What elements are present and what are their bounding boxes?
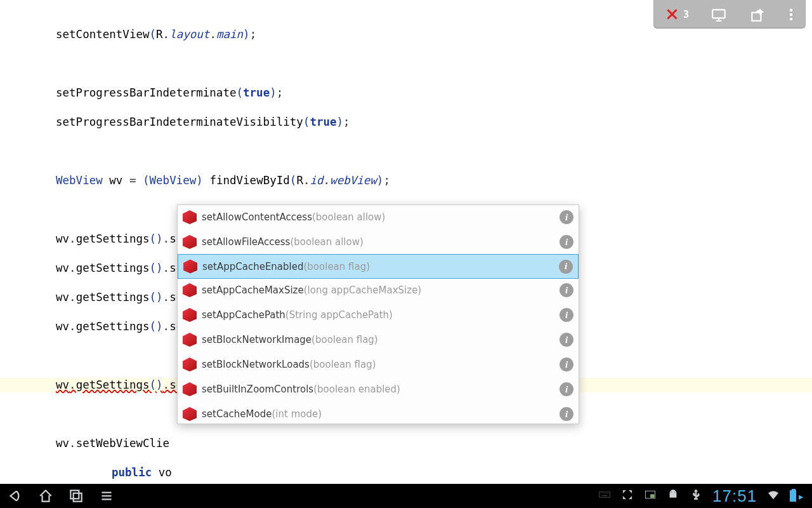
info-icon[interactable]: i — [560, 308, 573, 322]
menu-button[interactable] — [91, 484, 122, 508]
method-icon — [183, 235, 197, 249]
method-icon — [183, 382, 197, 396]
overflow-menu-button[interactable] — [787, 9, 795, 20]
autocomplete-item[interactable]: setBlockNetworkLoads(boolean flag)i — [178, 352, 579, 377]
autocomplete-item-signature: (boolean allow) — [312, 211, 385, 223]
fullscreen-icon[interactable] — [621, 488, 634, 504]
svg-rect-4 — [599, 492, 610, 497]
autocomplete-item-name: setBlockNetworkLoads — [202, 359, 310, 370]
battery-icon: ▸ — [790, 490, 804, 503]
svg-rect-6 — [651, 495, 654, 497]
clock[interactable]: 17:51 — [712, 486, 757, 506]
autocomplete-item[interactable]: setAppCachePath(String appCachePath)i — [178, 303, 579, 328]
autocomplete-item-name: setAllowFileAccess — [202, 236, 290, 248]
autocomplete-item[interactable]: setBuiltInZoomControls(boolean enabled)i — [178, 377, 579, 402]
autocomplete-item-signature: (boolean allow) — [290, 236, 363, 248]
info-icon[interactable]: i — [560, 358, 573, 371]
method-icon — [183, 308, 197, 322]
method-icon — [183, 407, 197, 421]
method-icon — [183, 283, 197, 297]
android-icon — [667, 488, 679, 504]
svg-rect-2 — [70, 490, 79, 498]
autocomplete-item[interactable]: setAllowFileAccess(boolean allow)i — [178, 230, 579, 255]
svg-rect-3 — [74, 493, 82, 502]
autocomplete-item[interactable]: setAppCacheEnabled(boolean flag)i — [178, 254, 579, 279]
wifi-icon — [767, 488, 780, 504]
autocomplete-item-name: setBuiltInZoomControls — [202, 384, 313, 395]
info-icon[interactable]: i — [560, 333, 573, 347]
autocomplete-item[interactable]: setCacheMode(int mode)i — [178, 402, 579, 424]
display-button[interactable] — [710, 6, 727, 23]
info-icon[interactable]: i — [560, 235, 573, 249]
autocomplete-item-signature: (long appCacheMaxSize) — [304, 284, 422, 296]
info-icon[interactable]: i — [560, 407, 573, 421]
info-icon[interactable]: i — [560, 210, 573, 224]
recent-apps-button[interactable] — [61, 484, 91, 508]
autocomplete-item-name: setAppCacheEnabled — [202, 261, 304, 272]
autocomplete-item[interactable]: setAppCacheMaxSize(long appCacheMaxSize)… — [178, 278, 579, 303]
screenshot-icon[interactable] — [644, 488, 657, 504]
autocomplete-item-signature: (boolean flag) — [311, 334, 378, 345]
keyboard-icon — [598, 488, 611, 504]
home-button[interactable] — [30, 484, 61, 508]
autocomplete-item-name: setAppCacheMaxSize — [202, 284, 304, 296]
svg-point-7 — [671, 491, 672, 493]
errors-button[interactable]: 3 — [664, 6, 689, 23]
autocomplete-item-name: setAllowContentAccess — [202, 211, 312, 223]
autocomplete-item-signature: (int mode) — [272, 408, 322, 420]
autocomplete-item-signature: (String appCachePath) — [285, 309, 393, 321]
info-icon[interactable]: i — [560, 283, 573, 297]
autocomplete-item[interactable]: setBlockNetworkImage(boolean flag)i — [178, 328, 579, 352]
autocomplete-item[interactable]: setAllowContentAccess(boolean allow)i — [178, 205, 579, 230]
autocomplete-item-signature: (boolean flag) — [304, 261, 370, 272]
share-button[interactable] — [749, 6, 766, 23]
autocomplete-item-name: setAppCachePath — [202, 309, 285, 321]
method-icon — [183, 358, 197, 371]
autocomplete-item-signature: (boolean flag) — [310, 359, 376, 370]
autocomplete-item-signature: (boolean enabled) — [313, 384, 400, 395]
svg-point-8 — [674, 491, 676, 493]
autocomplete-popup: setAllowContentAccess(boolean allow)iset… — [177, 204, 579, 424]
usb-icon — [690, 488, 702, 504]
autocomplete-item-name: setBlockNetworkImage — [202, 334, 311, 345]
error-count: 3 — [683, 9, 689, 20]
autocomplete-item-name: setCacheMode — [202, 408, 272, 420]
method-icon — [183, 210, 197, 224]
method-icon — [183, 260, 197, 274]
back-button[interactable] — [0, 484, 30, 508]
floating-toolbar: 3 — [653, 0, 806, 29]
info-icon[interactable]: i — [560, 382, 573, 396]
method-icon — [183, 333, 197, 347]
info-icon[interactable]: i — [559, 260, 573, 274]
svg-rect-0 — [713, 10, 726, 18]
system-bar: 17:51 ▸ — [0, 484, 812, 508]
